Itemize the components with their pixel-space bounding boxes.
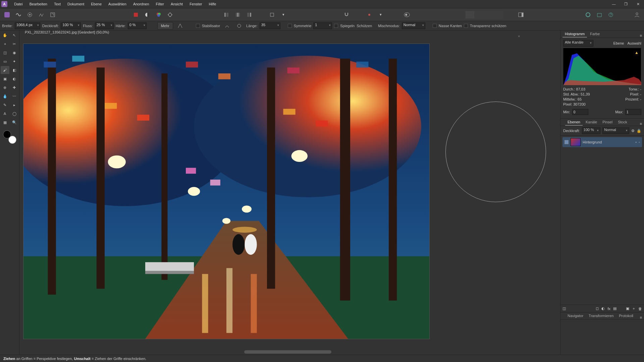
symmetry-checkbox[interactable] xyxy=(288,24,292,28)
insert-target-icon[interactable] xyxy=(267,10,277,19)
menu-bearbeiten[interactable]: Bearbeiten xyxy=(26,1,51,7)
blendmode-select[interactable]: Normal xyxy=(402,22,425,29)
layer-lock-indicator-icon[interactable]: ▫ xyxy=(635,140,637,144)
photo-persona-icon[interactable] xyxy=(2,10,12,19)
tab-pinsel[interactable]: Pinsel xyxy=(600,119,615,126)
move-tool-icon[interactable]: ↖ xyxy=(10,31,19,39)
shape-tool-icon[interactable]: ◯ xyxy=(10,110,19,118)
healing-tool-icon[interactable]: ✚ xyxy=(10,83,19,92)
paintbrush-tool-icon[interactable]: 🖌 xyxy=(1,66,9,74)
menu-hilfe[interactable]: Hilfe xyxy=(205,1,219,7)
tab-navigator[interactable]: Navigator xyxy=(565,313,586,319)
min-input[interactable] xyxy=(572,109,588,115)
horizontal-scrollbar[interactable] xyxy=(19,349,560,355)
foreground-color-swatch[interactable] xyxy=(3,130,11,138)
quickmask-icon[interactable] xyxy=(402,10,412,19)
fx-layer-icon[interactable]: fx xyxy=(607,307,610,311)
max-input[interactable] xyxy=(625,109,641,115)
brush-width-input[interactable]: 1068,4 px xyxy=(15,22,40,29)
node-tool-icon[interactable]: ▸ xyxy=(10,101,19,109)
arrange-center-icon[interactable] xyxy=(233,10,243,19)
export-persona-icon[interactable] xyxy=(48,10,58,19)
warning-icon[interactable]: ▲ xyxy=(635,50,639,55)
menu-ansicht[interactable]: Ansicht xyxy=(167,1,186,7)
segmented-3-icon[interactable] xyxy=(484,11,493,18)
tab-histogramm[interactable]: Histogramm xyxy=(562,31,587,38)
autocontrast-icon[interactable] xyxy=(142,10,152,19)
stabilizer-checkbox[interactable] xyxy=(196,24,200,28)
autocolors-icon[interactable] xyxy=(154,10,164,19)
protectalpha-checkbox[interactable] xyxy=(464,24,468,28)
layer-visible-checkbox[interactable] xyxy=(565,140,569,144)
assistant-dropdown-icon[interactable]: ▾ xyxy=(376,10,386,19)
menu-filter[interactable]: Filter xyxy=(153,1,167,7)
develop-persona-icon[interactable] xyxy=(25,10,35,19)
pen-tool-icon[interactable]: ✎ xyxy=(1,101,9,109)
dodge-tool-icon[interactable]: ◐ xyxy=(10,75,19,83)
tab-farbe[interactable]: Farbe xyxy=(588,31,602,38)
mirror-checkbox[interactable] xyxy=(334,24,338,28)
layer-row[interactable]: Hintergrund ▫ ◦ xyxy=(562,137,642,147)
sync-icon[interactable] xyxy=(583,10,593,19)
layer-blend-select[interactable]: Normal xyxy=(602,127,629,134)
delete-layer-icon[interactable]: 🗑 xyxy=(638,307,642,311)
canvas[interactable] xyxy=(19,38,560,349)
menu-auswaehlen[interactable]: Auswählen xyxy=(105,1,130,7)
brush-flow-input[interactable]: 25 % xyxy=(95,22,114,29)
insert-target-dropdown-icon[interactable]: ▾ xyxy=(278,10,288,19)
colorpicker-tool-icon[interactable]: ⌖ xyxy=(1,40,9,48)
tonemap-persona-icon[interactable] xyxy=(36,10,46,19)
help-cloud-icon[interactable]: ? xyxy=(606,10,616,19)
menu-datei[interactable]: Datei xyxy=(11,1,26,7)
layer-link-icon[interactable]: ◦ xyxy=(639,140,640,144)
freehand-select-tool-icon[interactable]: ◉ xyxy=(10,49,19,57)
erase-tool-icon[interactable]: ◧ xyxy=(10,66,19,74)
zoom-tool-icon[interactable]: 🔍 xyxy=(10,118,19,126)
scope-auswahl-button[interactable]: Auswahl xyxy=(627,41,641,45)
panel-menu-icon[interactable]: ≡ xyxy=(640,315,642,319)
tab-stock[interactable]: Stock xyxy=(615,119,630,126)
selection-tool-icon[interactable]: ◫ xyxy=(1,49,9,57)
smudge-tool-icon[interactable]: 〰 xyxy=(10,92,19,100)
autowhitebalance-icon[interactable] xyxy=(165,10,175,19)
adjustment-layer-icon[interactable]: ◐ xyxy=(601,306,605,311)
panel-menu-icon[interactable]: ≡ xyxy=(640,122,642,126)
layer-opacity-input[interactable]: 100 % xyxy=(582,127,601,134)
close-button[interactable]: ✕ xyxy=(632,0,644,8)
mesh-tool-icon[interactable]: ▦ xyxy=(1,118,9,126)
edit-all-layers-icon[interactable]: ◫ xyxy=(562,306,566,311)
color-swatch[interactable] xyxy=(3,130,16,144)
marquee-tool-icon[interactable]: ▭ xyxy=(1,57,9,65)
menu-ebene[interactable]: Ebene xyxy=(88,1,105,7)
studio-layout-icon[interactable] xyxy=(516,10,526,19)
stock-icon[interactable] xyxy=(594,10,604,19)
arrange-right-icon[interactable] xyxy=(244,10,254,19)
panel-menu-icon[interactable]: ≡ xyxy=(640,34,642,38)
segmented-4-icon[interactable] xyxy=(494,11,502,18)
wetedges-checkbox[interactable] xyxy=(433,24,437,28)
fill-tool-icon[interactable]: ▣ xyxy=(1,75,9,83)
segmented-2-icon[interactable] xyxy=(475,11,484,18)
length-input[interactable]: 35 xyxy=(260,22,280,29)
tab-protokoll[interactable]: Protokoll xyxy=(616,313,636,319)
layer-fx-icon[interactable]: ⚙ xyxy=(631,129,635,133)
group-layer-icon[interactable]: ▣ xyxy=(626,306,629,311)
text-tool-icon[interactable]: A xyxy=(1,110,9,118)
histogram-channel-select[interactable]: Alle Kanäle xyxy=(563,40,593,47)
flood-select-tool-icon[interactable]: ✦ xyxy=(10,57,19,65)
tab-ebenen[interactable]: Ebenen xyxy=(565,119,583,126)
arrange-left-icon[interactable] xyxy=(221,10,231,19)
brush-opacity-input[interactable]: 100 % xyxy=(61,22,81,29)
view-tool-icon[interactable]: ✋ xyxy=(1,31,9,39)
menu-dokument[interactable]: Dokument xyxy=(64,1,88,7)
more-button[interactable]: Mehr xyxy=(157,22,173,29)
brush-hardness-input[interactable]: 0 % xyxy=(128,22,147,29)
segmented-1-icon[interactable] xyxy=(466,11,474,18)
livefilter-layer-icon[interactable]: ▤ xyxy=(613,306,616,311)
account-icon[interactable] xyxy=(632,10,642,19)
tab-transformieren[interactable]: Transformieren xyxy=(586,313,616,319)
menu-fenster[interactable]: Fenster xyxy=(186,1,205,7)
menu-anordnen[interactable]: Anordnen xyxy=(130,1,153,7)
snapping-icon[interactable] xyxy=(341,10,352,19)
symmetry-input[interactable]: 1 xyxy=(313,22,332,29)
